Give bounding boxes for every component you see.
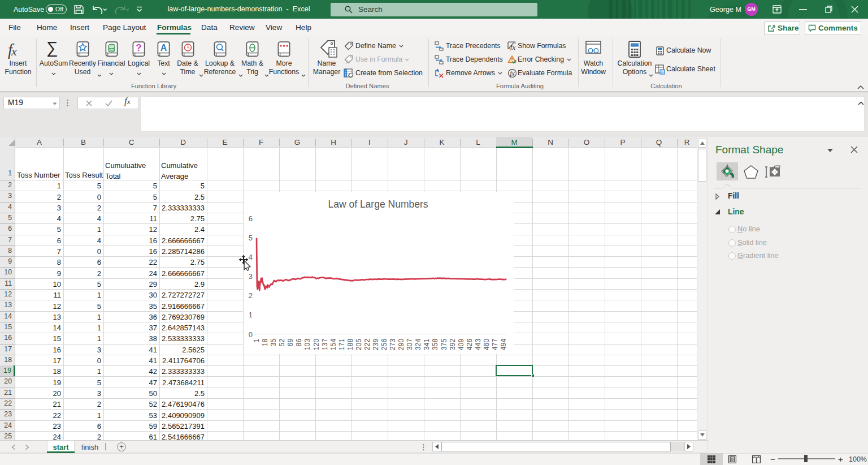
svg-text:52: 52 [278,338,286,346]
svg-text:494: 494 [500,338,507,350]
svg-text:426: 426 [466,338,474,350]
svg-text:205: 205 [355,338,363,350]
svg-text:Law of Large Numbers: Law of Large Numbers [328,199,428,210]
svg-text:324: 324 [414,338,422,350]
svg-text:375: 375 [440,338,448,350]
svg-text:69: 69 [287,338,294,346]
svg-text:392: 392 [449,338,457,350]
svg-text:86: 86 [295,338,303,346]
svg-text:5: 5 [249,234,253,242]
svg-text:103: 103 [303,338,311,350]
svg-text:2: 2 [249,291,253,300]
svg-text:358: 358 [431,338,439,350]
svg-text:460: 460 [483,338,491,350]
svg-text:0: 0 [249,330,253,339]
svg-text:6: 6 [249,214,253,223]
svg-text:341: 341 [423,338,431,350]
svg-text:171: 171 [338,338,346,350]
svg-text:18: 18 [261,338,269,346]
svg-text:409: 409 [457,338,465,350]
svg-text:443: 443 [474,338,482,350]
svg-text:fx: fx [510,43,516,50]
svg-text:188: 188 [346,338,354,350]
svg-text:290: 290 [397,338,405,350]
svg-text:256: 256 [380,338,388,350]
svg-text:A: A [160,43,167,53]
svg-text:1: 1 [253,338,261,342]
svg-text:1: 1 [249,311,253,319]
svg-text:222: 222 [363,338,371,350]
svg-text:477: 477 [491,338,499,350]
svg-text:35: 35 [270,338,277,346]
svg-text:?: ? [136,42,141,53]
svg-text:273: 273 [389,338,397,350]
svg-text:307: 307 [406,338,414,350]
svg-text:239: 239 [372,338,380,350]
svg-text:fx: fx [510,70,515,78]
svg-text:137: 137 [321,338,329,350]
svg-text:3: 3 [249,272,253,281]
svg-text:154: 154 [329,338,337,350]
svg-text:120: 120 [313,338,320,350]
